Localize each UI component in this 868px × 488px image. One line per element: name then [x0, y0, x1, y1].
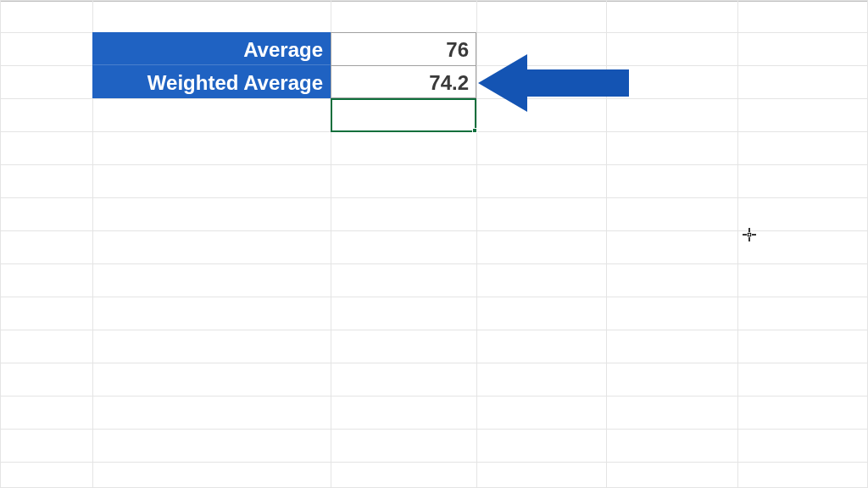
- cell-empty[interactable]: [0, 65, 92, 98]
- label-average[interactable]: Average: [92, 32, 331, 65]
- active-cell[interactable]: [331, 98, 476, 132]
- table-row: Average 76: [0, 32, 476, 65]
- table-row: Weighted Average 74.2: [0, 65, 476, 98]
- spreadsheet-grid[interactable]: Average 76 Weighted Average 74.2: [0, 0, 868, 488]
- value-weighted-average[interactable]: 74.2: [331, 65, 476, 98]
- svg-marker-0: [478, 54, 629, 112]
- arrow-annotation-icon: [478, 51, 631, 119]
- data-table: Average 76 Weighted Average 74.2: [0, 32, 476, 98]
- fill-handle[interactable]: [472, 128, 477, 133]
- cell-empty[interactable]: [0, 32, 92, 65]
- value-average[interactable]: 76: [331, 32, 476, 65]
- label-weighted-average[interactable]: Weighted Average: [92, 65, 331, 98]
